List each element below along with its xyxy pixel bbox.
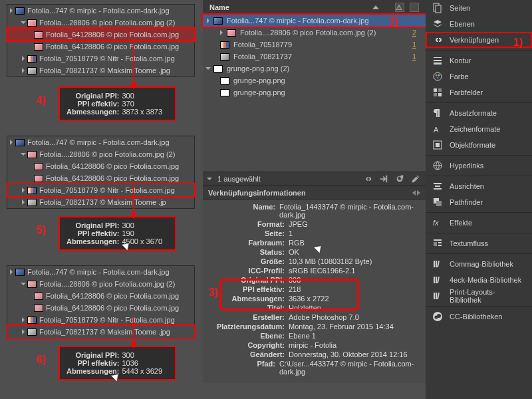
panel-item-pages[interactable]: Seiten [426,0,532,16]
link-row[interactable]: Fotolia....28806 © pico Fotolia.com.jpg … [203,27,426,39]
thumbnail-icon [220,89,229,96]
info-value: RGB [289,239,305,247]
svg-rect-2 [436,5,441,13]
panel-item-layers[interactable]: Ebenen [426,16,532,32]
panel-item-lib[interactable]: 4eck-Media-Bibliothek [426,272,532,288]
disclosure-icon[interactable] [207,178,212,180]
link-row[interactable]: grunge-png.png [203,74,426,86]
layer-row[interactable]: Fotolia_64128806 © pico Fotolia.com.jpg [7,302,194,314]
links-header[interactable]: Name⚠ [203,0,426,15]
panel-label: Objektformate [450,141,495,149]
chevron-right-icon[interactable] [417,190,420,196]
layer-row[interactable]: Fotolia_64128806 © pico Fotolia.com.jpg [7,172,194,184]
separator [426,176,532,176]
disclosure-icon[interactable] [22,317,25,323]
info-tooltip: Original PPI:300PPI effektiv:370Abmessun… [59,86,176,121]
disclosure-icon[interactable] [22,200,25,205]
disclosure-icon[interactable] [21,283,26,285]
layer-row[interactable]: Fotolia_64128806 © pico Fotolia.com.jpg [7,290,194,302]
layer-row[interactable]: Fotolia...747 © mirpic - Fotolia.com-dar… [7,5,194,17]
link-row[interactable]: Fotolia_705187791 [203,39,426,51]
link-count[interactable]: 1 [412,41,422,49]
svg-rect-0 [386,176,388,183]
panel-item-cc[interactable]: CC-Bibliotheken [426,309,532,325]
panel-item-lib[interactable]: Print-Layouts-Bibliothek [426,288,532,304]
panel-item-swatch[interactable]: Farbfelder [426,84,532,100]
svg-point-6 [434,72,442,80]
link-row[interactable]: grunge-png.png [203,86,426,98]
svg-rect-11 [438,88,442,92]
info-value: Montag, 23. Februar 2015 14:34 [289,323,394,331]
disclosure-icon[interactable] [207,18,209,23]
link-row[interactable]: Fotolia_708217371 [203,51,426,63]
panel-item-color[interactable]: Farbe [426,68,532,84]
layer-row[interactable]: Fotolia....28806 © pico Fotolia.com.jpg … [7,17,194,29]
info-value: OK [289,248,299,256]
layer-row[interactable]: Fotolia_64128806 © pico Fotolia.com.jpg [7,41,194,53]
disclosure-icon[interactable] [22,329,25,334]
disclosure-icon[interactable] [10,269,13,275]
relink-icon[interactable] [363,174,372,184]
layer-label: Fotolia_64128806 © pico Fotolia.com.jpg [46,31,179,39]
panel-item-hyper[interactable]: Hyperlinks [426,158,532,174]
panel-item-para[interactable]: Absatzformate [426,105,532,121]
panel-item-wrap[interactable]: Textumfluss [426,235,532,251]
panel-item-char[interactable]: AZeichenformate [426,121,532,137]
chevron-left-icon[interactable] [412,190,416,196]
layer-row[interactable]: Fotolia....28806 © pico Fotolia.com.jpg … [7,278,194,290]
panel-item-fx[interactable]: fxEffekte [426,215,532,231]
panel-item-align[interactable]: Ausrichten [426,178,532,194]
layer-row[interactable]: Fotolia_64128806 © pico Fotolia.com.jpg [7,29,194,41]
link-row[interactable]: grunge-png.png (2) [203,63,426,74]
layer-row[interactable]: Fotolia_70821737 © Maksim Toome .jpg [7,65,194,76]
panel-label: Farbe [450,72,469,80]
disclosure-icon[interactable] [205,67,211,70]
panel-item-lib[interactable]: Commag-Bibliothek [426,256,532,272]
panel-label: 4eck-Media-Bibliothek [450,276,521,284]
annotation-number: 5) [37,224,46,236]
annotation-number: 4) [37,94,46,106]
sort-icon[interactable] [372,5,379,9]
layer-row[interactable]: Fotolia_70821737 © Maksim Toome .jp [7,196,194,208]
thumbnail-icon [220,41,229,49]
disclosure-icon[interactable] [22,188,25,193]
layer-row[interactable]: Fotolia_70518779 © Nitr - Fotolia.com.jp… [7,314,194,326]
info-label: Status: [208,248,285,256]
link-label: Fotolia_70518779 [233,41,292,49]
layer-row[interactable]: Fotolia_70821737 © Maksim Toome .jpg [7,326,194,338]
page-col-icon [410,3,419,12]
panel-item-path[interactable]: Pathfinder [426,194,532,210]
disclosure-icon[interactable] [22,68,25,73]
annotation-number: 3) [209,287,218,299]
info-label: Farbraum: [208,239,285,247]
info-value: C:\User...4433747 © mirpic - Fotolia.com… [279,360,420,376]
layer-row[interactable]: Fotolia...747 © mirpic - Fotolia.com-dar… [7,136,194,148]
layer-label: Fotolia_70821737 © Maksim Toome .jpg [39,66,170,74]
refresh-icon[interactable] [395,174,404,184]
thumbnail-icon [34,163,43,170]
edit-icon[interactable] [411,174,420,184]
layer-row[interactable]: Fotolia_64128806 © pico Fotolia.com.jpg [7,160,194,172]
goto-icon[interactable] [379,174,388,184]
layer-row[interactable]: Fotolia....28806 © pico Fotolia.com.jpg … [7,148,194,160]
disclosure-icon[interactable] [21,21,26,24]
panel-item-obj[interactable]: Objektformate [426,137,532,153]
info-value: Ebene 1 [289,332,316,340]
disclosure-icon[interactable] [21,153,26,156]
stroke-icon [432,55,443,66]
tooltip-value: 5443 x 3629 [122,367,168,375]
layer-row[interactable]: Fotolia_70518779 © Nitr - Fotolia.com.jp… [7,53,194,65]
layer-row[interactable]: Fotolia...747 © mirpic - Fotolia.com-dar… [7,266,194,278]
link-count[interactable]: 1 [412,53,422,61]
info-value: sRGB IEC61966-2.1 [289,267,355,275]
svg-rect-19 [435,186,440,187]
path-icon [432,197,443,207]
disclosure-icon[interactable] [22,56,25,61]
disclosure-icon[interactable] [220,30,223,35]
link-count[interactable]: 2 [412,29,422,37]
panel-item-stroke[interactable]: Kontur [426,53,532,68]
layer-row[interactable]: Fotolia_70518779 © Nitr - Fotolia.com.jp… [7,184,194,196]
disclosure-icon[interactable] [10,8,13,13]
separator [426,155,532,156]
disclosure-icon[interactable] [10,140,13,145]
